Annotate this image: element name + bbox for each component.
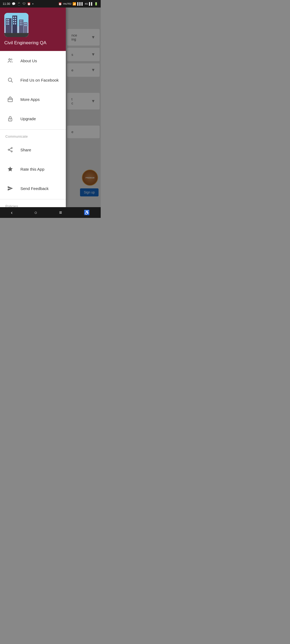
svg-rect-6	[8, 21, 9, 23]
share-svg	[7, 147, 13, 153]
svg-rect-21	[20, 22, 21, 23]
drawer-header: Civil Engineering QA	[0, 8, 66, 51]
network-icon: 4G	[85, 2, 88, 5]
svg-line-34	[11, 81, 13, 82]
time-display: 11:30	[3, 2, 10, 5]
svg-rect-29	[26, 25, 27, 26]
message-icon: 💬	[12, 2, 16, 6]
policies-divider	[0, 199, 66, 199]
star-svg	[7, 166, 13, 172]
back-button[interactable]: ‹	[9, 208, 15, 218]
lock-icon	[5, 114, 15, 123]
search-svg	[7, 77, 13, 83]
dim-overlay[interactable]	[66, 8, 101, 207]
status-bar: 11:30 💬 📱 🛡 ⏰ • ⏰ VoLTE2 📶 ▌▌▌ 4G ▌▌ 🔋	[0, 0, 101, 8]
signal2-icon: ▌▌	[89, 2, 93, 5]
bag-icon	[5, 94, 15, 104]
svg-rect-7	[6, 23, 8, 25]
svg-rect-17	[15, 23, 16, 24]
svg-rect-26	[24, 23, 25, 24]
facebook-label: Find Us on Facebook	[20, 78, 59, 82]
share-label: Share	[20, 148, 31, 152]
menu-item-upgrade[interactable]: Upgrade	[0, 109, 66, 128]
svg-point-39	[11, 147, 12, 149]
drawer-menu-body: About Us Find Us on Facebook More App	[0, 51, 66, 207]
svg-rect-11	[15, 17, 16, 18]
more-apps-label: More Apps	[20, 97, 40, 102]
share-icon	[5, 145, 15, 155]
lte-icon: VoLTE2	[63, 2, 71, 5]
svg-point-38	[10, 119, 11, 120]
svg-line-43	[9, 150, 11, 151]
svg-rect-14	[13, 21, 14, 22]
communicate-divider	[0, 129, 66, 130]
search-icon	[5, 75, 15, 85]
svg-point-31	[9, 59, 10, 60]
menu-item-feedback[interactable]: Send Feedback	[0, 179, 66, 198]
menu-item-about-us[interactable]: About Us	[0, 51, 66, 70]
svg-point-33	[8, 78, 12, 82]
svg-rect-20	[21, 20, 22, 21]
app-logo	[4, 13, 28, 37]
signal-icon: ▌▌▌	[77, 2, 84, 5]
menu-item-share[interactable]: Share	[0, 140, 66, 159]
svg-rect-19	[20, 20, 21, 21]
lock-svg	[7, 116, 13, 122]
about-us-label: About Us	[20, 58, 37, 63]
svg-rect-8	[8, 23, 9, 25]
status-bar-right: ⏰ VoLTE2 📶 ▌▌▌ 4G ▌▌ 🔋	[58, 2, 98, 6]
svg-line-42	[9, 148, 11, 149]
svg-rect-27	[26, 23, 27, 24]
svg-rect-30	[4, 33, 28, 37]
accessibility-button[interactable]: ♿	[82, 207, 92, 218]
menu-button[interactable]: ≡	[57, 208, 64, 218]
wifi-icon: 📶	[73, 2, 76, 6]
menu-item-more-apps[interactable]: More Apps	[0, 90, 66, 109]
people-icon	[5, 56, 15, 65]
svg-rect-16	[13, 23, 14, 24]
whatsapp-icon: 📱	[17, 2, 21, 6]
send-icon	[5, 184, 15, 193]
building-icon	[4, 13, 28, 37]
app-title: Civil Engineering QA	[4, 40, 61, 46]
menu-item-facebook[interactable]: Find Us on Facebook	[0, 70, 66, 90]
svg-point-32	[11, 59, 12, 60]
svg-rect-23	[20, 24, 21, 25]
svg-rect-12	[13, 19, 14, 20]
menu-item-rate[interactable]: Rate this App	[0, 159, 66, 179]
bag-svg	[7, 96, 13, 102]
svg-rect-4	[8, 19, 9, 20]
svg-point-41	[11, 151, 12, 152]
dot-icon: •	[32, 2, 34, 5]
policies-section-header: Policies	[0, 200, 66, 207]
svg-point-40	[8, 149, 9, 151]
svg-rect-28	[24, 25, 25, 26]
send-svg	[7, 185, 13, 191]
svg-rect-22	[21, 22, 22, 23]
star-icon	[5, 164, 15, 174]
svg-rect-13	[15, 19, 16, 20]
communicate-section-header: Communicate	[0, 131, 66, 140]
people-svg	[7, 58, 13, 64]
bottom-navigation: ‹ ○ ≡ ♿	[0, 207, 101, 218]
svg-rect-24	[21, 24, 22, 25]
battery-icon: 🔋	[94, 2, 98, 6]
shield-icon: 🛡	[23, 2, 26, 5]
feedback-label: Send Feedback	[20, 186, 49, 191]
side-drawer: Civil Engineering QA About Us	[0, 8, 66, 207]
svg-rect-35	[8, 98, 13, 102]
svg-rect-3	[6, 19, 8, 20]
clock-icon: ⏰	[27, 2, 31, 6]
svg-rect-10	[13, 17, 14, 18]
upgrade-label: Upgrade	[20, 116, 36, 121]
svg-rect-5	[6, 21, 8, 23]
status-bar-left: 11:30 💬 📱 🛡 ⏰ •	[3, 2, 33, 6]
alarm-icon: ⏰	[58, 2, 62, 6]
rate-label: Rate this App	[20, 167, 44, 171]
svg-rect-15	[15, 21, 16, 22]
home-button[interactable]: ○	[32, 208, 39, 218]
